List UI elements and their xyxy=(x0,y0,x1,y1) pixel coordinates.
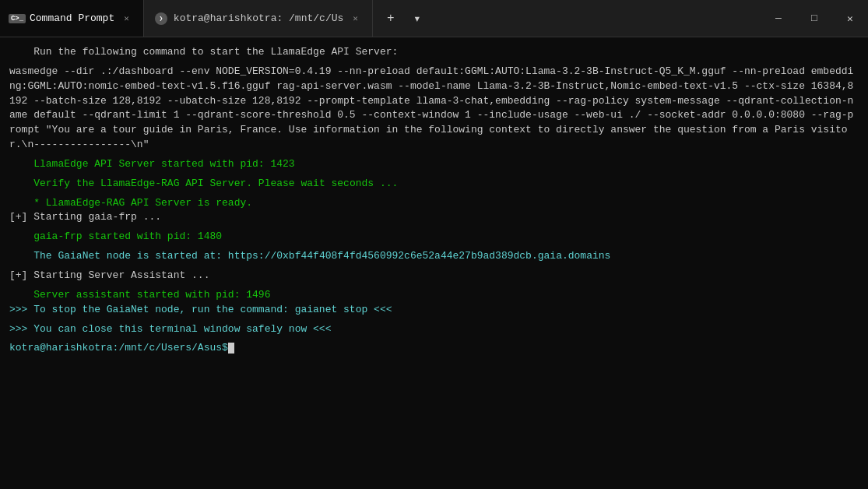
terminal: Run the following command to start the L… xyxy=(0,37,868,489)
close-button[interactable]: ✕ xyxy=(832,0,868,37)
tab-wsl-label: kotra@harishkotra: /mnt/c/Us xyxy=(174,12,343,24)
new-tab-button[interactable]: + xyxy=(379,7,402,30)
tab-command-prompt[interactable]: C>_ Command Prompt ✕ xyxy=(0,0,144,37)
terminal-line: [+] Starting Server Assistant ... xyxy=(9,269,859,283)
tab-command-prompt-close[interactable]: ✕ xyxy=(121,12,132,25)
terminal-line: >>> To stop the GaiaNet node, run the co… xyxy=(9,303,859,318)
terminal-line: >>> You can close this terminal window s… xyxy=(9,322,859,337)
title-bar: C>_ Command Prompt ✕ ❯ kotra@harishkotra… xyxy=(0,0,868,37)
wsl-icon: ❯ xyxy=(155,12,167,25)
tab-command-prompt-label: Command Prompt xyxy=(30,12,114,24)
tab-actions: + ▾ xyxy=(373,0,435,37)
terminal-line: wasmedge --dir .:/dashboard --env NODE_V… xyxy=(9,65,859,153)
terminal-line: LlamaEdge API Server started with pid: 1… xyxy=(9,157,859,172)
terminal-line: gaia-frp started with pid: 1480 xyxy=(9,230,859,244)
minimize-button[interactable]: — xyxy=(761,0,796,37)
terminal-line: Verify the LlamaEdge-RAG API Server. Ple… xyxy=(9,177,859,192)
tab-wsl[interactable]: ❯ kotra@harishkotra: /mnt/c/Us ✕ xyxy=(144,0,373,37)
terminal-line: * LlamaEdge-RAG API Server is ready. xyxy=(9,196,859,211)
terminal-line: The GaiaNet node is started at: https://… xyxy=(9,249,859,264)
tab-wsl-close[interactable]: ✕ xyxy=(350,12,361,25)
maximize-button[interactable]: □ xyxy=(796,0,832,37)
terminal-cursor xyxy=(228,343,234,354)
terminal-line: [+] Starting gaia-frp ... xyxy=(9,210,859,225)
tabs-area: C>_ Command Prompt ✕ ❯ kotra@harishkotra… xyxy=(0,0,761,37)
terminal-line: Run the following command to start the L… xyxy=(9,45,859,60)
window-controls: — □ ✕ xyxy=(761,0,868,37)
terminal-line: Server assistant started with pid: 1496 xyxy=(9,288,859,303)
cmd-icon: C>_ xyxy=(11,12,23,25)
dropdown-button[interactable]: ▾ xyxy=(406,7,429,30)
terminal-line: kotra@harishkotra:/mnt/c/Users/Asus$ xyxy=(9,341,859,356)
